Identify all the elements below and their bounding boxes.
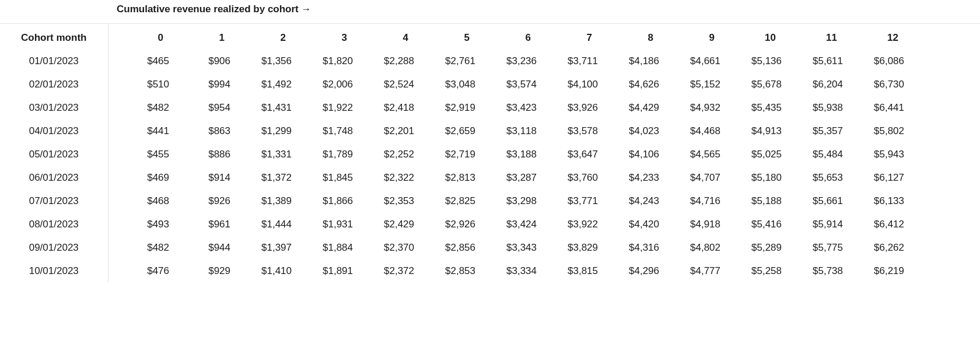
cell-value: $5,943 [843, 143, 904, 166]
spacer [904, 236, 980, 259]
cell-value: $6,441 [843, 96, 904, 120]
cell-value: $3,118 [475, 120, 537, 143]
table-row: 02/01/2023$510$994$1,492$2,006$2,524$3,0… [0, 73, 980, 96]
table-row: 06/01/2023$469$914$1,372$1,845$2,322$2,8… [0, 166, 980, 189]
cohort-revenue-table-container: Cumulative revenue realized by cohort → … [0, 0, 980, 283]
cell-value: $6,219 [843, 259, 904, 283]
cell-value: $5,611 [782, 50, 843, 73]
cell-value: $3,578 [537, 120, 598, 143]
cell-value: $863 [169, 120, 230, 143]
cell-value: $6,086 [843, 50, 904, 73]
column-header: 5 [414, 24, 475, 50]
row-header: 03/01/2023 [0, 96, 108, 120]
cell-value: $5,258 [720, 259, 782, 283]
spacer [904, 259, 980, 283]
cell-value: $4,243 [598, 189, 659, 213]
cell-value: $5,152 [659, 73, 720, 96]
cell-value: $2,353 [353, 189, 414, 213]
table-row: 05/01/2023$455$886$1,331$1,789$2,252$2,7… [0, 143, 980, 166]
cell-value: $4,296 [598, 259, 659, 283]
cell-value: $6,730 [843, 73, 904, 96]
table-header-row: Cohort month 0123456789101112 [0, 24, 980, 50]
cell-value: $510 [108, 73, 169, 96]
cell-value: $3,647 [537, 143, 598, 166]
column-header: 2 [230, 24, 292, 50]
cell-value: $4,429 [598, 96, 659, 120]
column-header: 1 [169, 24, 230, 50]
cell-value: $886 [169, 143, 230, 166]
cell-value: $2,919 [414, 96, 475, 120]
cell-value: $3,048 [414, 73, 475, 96]
cell-value: $4,316 [598, 236, 659, 259]
cell-value: $2,370 [353, 236, 414, 259]
cell-value: $6,127 [843, 166, 904, 189]
spacer [904, 213, 980, 236]
cell-value: $2,418 [353, 96, 414, 120]
cell-value: $3,298 [475, 189, 537, 213]
cell-value: $6,262 [843, 236, 904, 259]
cell-value: $4,777 [659, 259, 720, 283]
spacer [904, 24, 980, 50]
cell-value: $3,771 [537, 189, 598, 213]
cell-value: $5,416 [720, 213, 782, 236]
cell-value: $5,188 [720, 189, 782, 213]
table-row: 09/01/2023$482$944$1,397$1,884$2,370$2,8… [0, 236, 980, 259]
cell-value: $482 [108, 236, 169, 259]
cell-value: $2,856 [414, 236, 475, 259]
cell-value: $1,397 [230, 236, 292, 259]
cell-value: $4,716 [659, 189, 720, 213]
cell-value: $906 [169, 50, 230, 73]
cohort-revenue-table: Cohort month 0123456789101112 01/01/2023… [0, 24, 980, 283]
cell-value: $994 [169, 73, 230, 96]
spacer [904, 73, 980, 96]
cell-value: $4,100 [537, 73, 598, 96]
cell-value: $2,853 [414, 259, 475, 283]
row-header: 09/01/2023 [0, 236, 108, 259]
cell-value: $3,829 [537, 236, 598, 259]
cell-value: $5,802 [843, 120, 904, 143]
cell-value: $2,252 [353, 143, 414, 166]
cell-value: $5,136 [720, 50, 782, 73]
cell-value: $1,431 [230, 96, 292, 120]
spacer [904, 120, 980, 143]
cell-value: $1,372 [230, 166, 292, 189]
cell-value: $5,661 [782, 189, 843, 213]
row-header: 07/01/2023 [0, 189, 108, 213]
cell-value: $954 [169, 96, 230, 120]
cell-value: $1,389 [230, 189, 292, 213]
column-header: 12 [843, 24, 904, 50]
cell-value: $482 [108, 96, 169, 120]
column-header: 8 [598, 24, 659, 50]
table-row: 10/01/2023$476$929$1,410$1,891$2,372$2,8… [0, 259, 980, 283]
cell-value: $476 [108, 259, 169, 283]
column-header: 6 [475, 24, 537, 50]
cell-value: $4,186 [598, 50, 659, 73]
cell-value: $3,287 [475, 166, 537, 189]
cell-value: $1,789 [292, 143, 353, 166]
table-row: 04/01/2023$441$863$1,299$1,748$2,201$2,6… [0, 120, 980, 143]
cell-value: $2,322 [353, 166, 414, 189]
cell-value: $5,738 [782, 259, 843, 283]
table-row: 07/01/2023$468$926$1,389$1,866$2,353$2,8… [0, 189, 980, 213]
cell-value: $3,926 [537, 96, 598, 120]
column-header: 3 [292, 24, 353, 50]
cell-value: $5,678 [720, 73, 782, 96]
cell-value: $4,707 [659, 166, 720, 189]
cell-value: $3,922 [537, 213, 598, 236]
row-header: 08/01/2023 [0, 213, 108, 236]
cell-value: $4,918 [659, 213, 720, 236]
corner-header: Cohort month [0, 24, 108, 50]
cell-value: $1,891 [292, 259, 353, 283]
cell-value: $4,023 [598, 120, 659, 143]
cell-value: $2,825 [414, 189, 475, 213]
cell-value: $2,761 [414, 50, 475, 73]
row-header: 05/01/2023 [0, 143, 108, 166]
cell-value: $3,334 [475, 259, 537, 283]
cell-value: $1,492 [230, 73, 292, 96]
cell-value: $914 [169, 166, 230, 189]
column-header: 4 [353, 24, 414, 50]
table-row: 01/01/2023$465$906$1,356$1,820$2,288$2,7… [0, 50, 980, 73]
cell-value: $5,180 [720, 166, 782, 189]
cell-value: $1,931 [292, 213, 353, 236]
cell-value: $1,866 [292, 189, 353, 213]
